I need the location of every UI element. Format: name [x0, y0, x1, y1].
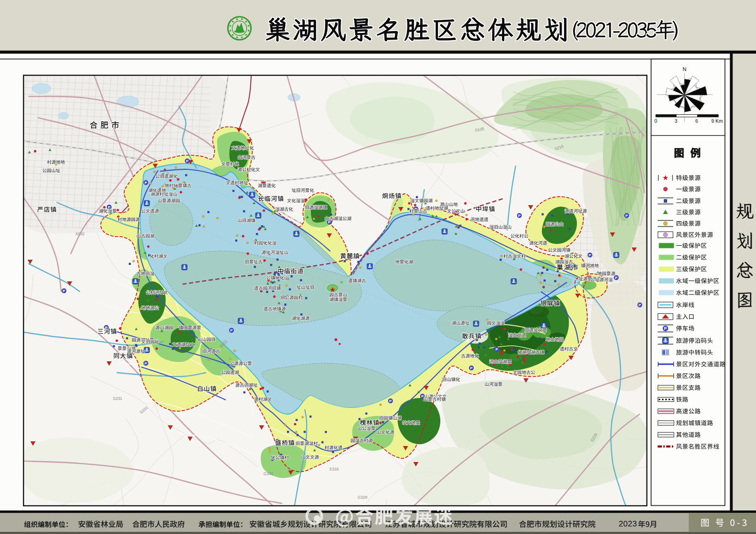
svg-text:P: P	[518, 214, 521, 218]
svg-text:G346: G346	[263, 471, 273, 476]
svg-text:P: P	[230, 328, 233, 333]
svg-text:P: P	[63, 289, 65, 293]
svg-text:X032: X032	[75, 231, 85, 236]
svg-text:P: P	[470, 366, 473, 370]
svg-text:S316: S316	[329, 467, 339, 471]
svg-text:S231: S231	[113, 396, 122, 401]
svg-text:P: P	[664, 326, 667, 331]
svg-text:G329: G329	[358, 495, 367, 500]
svg-text:P: P	[615, 276, 618, 280]
svg-text:3: 3	[675, 118, 677, 124]
svg-text:0: 0	[654, 118, 657, 124]
svg-text:P: P	[495, 347, 498, 351]
svg-text:P: P	[144, 181, 147, 185]
svg-text:2023: 2023	[619, 519, 637, 528]
svg-text:P: P	[144, 361, 147, 366]
svg-text:P: P	[389, 399, 392, 403]
svg-text:P: P	[638, 303, 641, 307]
svg-text:9 Km: 9 Km	[711, 118, 723, 124]
svg-text:P: P	[625, 214, 628, 218]
svg-text:N: N	[683, 66, 686, 72]
svg-text:P: P	[186, 159, 189, 163]
svg-text:P: P	[589, 253, 591, 257]
svg-text:6: 6	[695, 118, 698, 124]
